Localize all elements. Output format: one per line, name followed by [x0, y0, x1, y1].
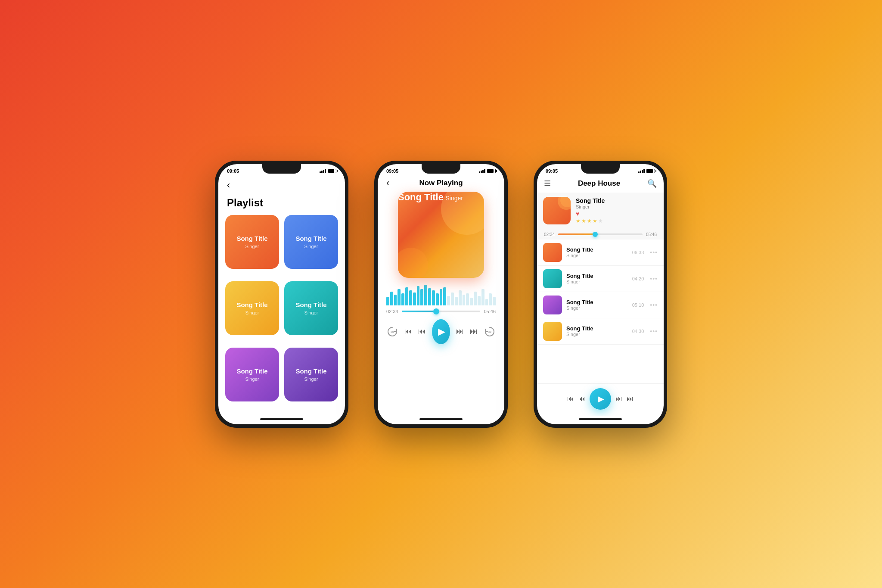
song-card-4[interactable]: Song Title Singer	[284, 281, 338, 335]
dh-next-button[interactable]: ⏭	[615, 395, 622, 403]
list-duration-2: 04:20	[632, 276, 644, 281]
status-time-3: 09:05	[546, 168, 558, 174]
star-3: ★	[587, 218, 592, 224]
next-button[interactable]: ⏭	[456, 327, 464, 336]
next-next-button[interactable]: ⏭	[470, 327, 478, 336]
replay-back-button[interactable]: 30	[386, 324, 398, 339]
np-progress-track[interactable]	[402, 311, 481, 312]
status-icons-1	[320, 169, 336, 173]
play-pause-button[interactable]: ▶	[432, 319, 450, 344]
search-icon[interactable]: 🔍	[647, 179, 657, 188]
song-card-2[interactable]: Song Title Singer	[284, 215, 338, 269]
list-singer-2: Singer	[566, 279, 628, 284]
dh-progress-fill	[558, 233, 595, 235]
star-5: ★	[598, 218, 603, 224]
playlist-title: Playlist	[227, 197, 263, 208]
np-time-current: 02:34	[386, 309, 398, 314]
status-time-2: 09:05	[386, 168, 398, 174]
song-card-title-6: Song Title	[295, 367, 326, 375]
song-card-title-1: Song Title	[236, 235, 267, 243]
prev-prev-button[interactable]: ⏮	[404, 327, 412, 336]
dh-progress-section: 02:34 05:46	[537, 229, 664, 240]
np-song-title: Song Title	[398, 192, 444, 202]
list-item-1[interactable]: Song Title Singer 06:33 •••	[537, 240, 664, 266]
list-info-1: Song Title Singer	[566, 246, 628, 258]
list-singer-4: Singer	[566, 332, 628, 337]
status-bar-2: 09:05	[378, 164, 504, 175]
now-playing-title: Now Playing	[419, 179, 463, 187]
deep-house-header: ☰ Deep House 🔍	[537, 175, 664, 193]
dh-progress-thumb	[593, 232, 598, 237]
status-time-1: 09:05	[227, 168, 239, 174]
playlist-title-wrap: Playlist	[218, 197, 345, 215]
list-info-4: Song Title Singer	[566, 325, 628, 337]
list-info-3: Song Title Singer	[566, 299, 628, 311]
now-playing-header: ‹ Now Playing	[378, 175, 504, 192]
play-icon: ▶	[438, 326, 445, 337]
dh-prev-button[interactable]: ⏮	[578, 395, 585, 403]
back-button-2[interactable]: ‹	[386, 177, 389, 189]
list-title-4: Song Title	[566, 325, 628, 332]
song-card-1[interactable]: Song Title Singer	[225, 215, 279, 269]
dh-next-next-button[interactable]: ⏭	[627, 395, 634, 403]
battery-icon-3	[646, 169, 655, 173]
list-duration-1: 06:33	[632, 250, 644, 255]
dh-time-total: 05:46	[646, 232, 657, 237]
dh-time-current: 02:34	[544, 232, 555, 237]
np-progress-fill	[402, 311, 436, 312]
menu-icon[interactable]: ☰	[544, 179, 551, 188]
status-icons-3	[638, 169, 655, 173]
phone-deep-house: 09:05 ☰ Deep House 🔍	[534, 161, 667, 428]
dh-progress-row: 02:34 05:46	[544, 232, 657, 237]
dh-now-singer: Singer	[576, 204, 658, 209]
song-card-5[interactable]: Song Title Singer	[225, 348, 279, 401]
home-indicator-1	[260, 418, 303, 420]
heart-icon[interactable]: ♥	[576, 210, 658, 217]
np-singer: Singer	[445, 195, 463, 202]
signal-icon-3	[638, 169, 645, 173]
star-4: ★	[593, 218, 597, 224]
list-art-2	[543, 269, 562, 288]
song-card-6[interactable]: Song Title Singer	[284, 348, 338, 401]
more-icon-4[interactable]: •••	[650, 328, 658, 335]
star-rating[interactable]: ★ ★ ★ ★ ★	[576, 218, 658, 224]
song-card-singer-1: Singer	[245, 244, 259, 249]
battery-icon	[328, 169, 336, 173]
list-art-3	[543, 296, 562, 314]
list-duration-4: 04:30	[632, 329, 644, 334]
dh-progress-track[interactable]	[558, 233, 643, 235]
song-card-title-5: Song Title	[236, 367, 267, 375]
np-progress-thumb	[433, 308, 439, 314]
playlist-header: ‹	[218, 175, 345, 197]
signal-icon-2	[479, 169, 485, 173]
album-art: Song Title Singer	[398, 192, 484, 278]
more-icon-3[interactable]: •••	[650, 302, 658, 308]
song-card-singer-4: Singer	[304, 310, 318, 315]
list-item-4[interactable]: Song Title Singer 04:30 •••	[537, 318, 664, 345]
status-bar-3: 09:05	[537, 164, 664, 175]
song-card-singer-6: Singer	[304, 376, 318, 382]
song-card-title-3: Song Title	[236, 301, 267, 309]
back-button-1[interactable]: ‹	[227, 180, 230, 191]
dh-prev-prev-button[interactable]: ⏮	[567, 395, 574, 403]
list-singer-1: Singer	[566, 253, 628, 258]
song-card-3[interactable]: Song Title Singer	[225, 281, 279, 335]
list-singer-3: Singer	[566, 305, 628, 311]
list-item-3[interactable]: Song Title Singer 05:10 •••	[537, 292, 664, 318]
deep-house-title: Deep House	[578, 179, 620, 188]
dh-play-pause-button[interactable]: ▶	[590, 388, 611, 410]
more-icon-1[interactable]: •••	[650, 249, 658, 256]
star-2: ★	[581, 218, 586, 224]
song-card-singer-2: Singer	[304, 244, 318, 249]
star-1: ★	[576, 218, 581, 224]
song-card-singer-3: Singer	[245, 310, 259, 315]
list-title-2: Song Title	[566, 273, 628, 279]
np-progress-row: 02:34 05:46	[378, 309, 504, 314]
signal-icon	[320, 169, 326, 173]
more-icon-2[interactable]: •••	[650, 275, 658, 282]
prev-button[interactable]: ⏮	[418, 327, 426, 336]
dh-now-playing-info: Song Title Singer ♥ ★ ★ ★ ★ ★	[576, 197, 658, 224]
replay-forward-button[interactable]: 30	[484, 324, 496, 339]
list-item-2[interactable]: Song Title Singer 04:20 •••	[537, 266, 664, 292]
dh-controls: ⏮ ⏮ ▶ ⏭ ⏭	[537, 383, 664, 416]
